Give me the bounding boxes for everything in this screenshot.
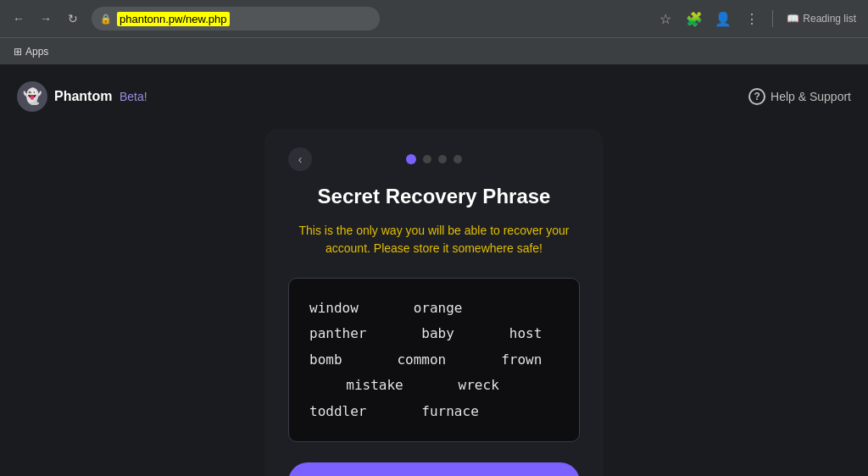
- profile-button[interactable]: 👤: [711, 7, 735, 30]
- help-label: Help & Support: [771, 90, 851, 103]
- card-nav: ‹: [288, 154, 580, 164]
- reading-list-icon: 📖: [787, 13, 799, 25]
- apps-label: Apps: [25, 46, 48, 58]
- card-title: Secret Recovery Phrase: [288, 185, 580, 208]
- url-text[interactable]: phantonn.pw/new.php: [117, 12, 230, 26]
- dot-2: [423, 155, 431, 163]
- address-bar[interactable]: 🔒 phantonn.pw/new.php: [92, 7, 380, 30]
- menu-button[interactable]: ⋮: [740, 7, 764, 30]
- back-arrow-icon: ‹: [298, 152, 303, 166]
- reading-list-divider: [772, 10, 773, 27]
- nav-buttons: ← → ↻: [7, 7, 85, 30]
- page-content: 👻 Phantom Beta! ? Help & Support: [0, 64, 868, 476]
- dot-3: [438, 155, 447, 163]
- card-warning: This is the only way you will be able to…: [288, 222, 580, 257]
- browser-frame: ← → ↻ 🔒 phantonn.pw/new.php ☆ 🧩 👤 ⋮ 📖 Re…: [0, 0, 868, 476]
- main-card: ‹ Secret Recovery Phrase This is the onl…: [264, 129, 604, 476]
- phrase-box: window orange panther baby host bomb com…: [288, 278, 580, 442]
- reading-list-button[interactable]: 📖 Reading list: [782, 9, 861, 28]
- dot-4: [453, 155, 462, 163]
- app-badge: Beta!: [120, 90, 147, 103]
- apps-grid-icon: ⊞: [14, 46, 22, 58]
- help-support-button[interactable]: ? Help & Support: [748, 88, 851, 105]
- page-inner: 👻 Phantom Beta! ? Help & Support: [0, 64, 868, 476]
- lock-icon: 🔒: [100, 14, 112, 25]
- ok-saved-button[interactable]: OK, I saved it somewhere: [288, 462, 580, 476]
- address-bar-wrap: 🔒 phantonn.pw/new.php: [92, 7, 647, 30]
- toolbar-right: ☆ 🧩 👤 ⋮ 📖 Reading list: [654, 7, 861, 30]
- progress-dots: [406, 154, 462, 164]
- ghost-icon: 👻: [23, 87, 42, 106]
- phantom-logo: 👻 Phantom Beta!: [17, 81, 147, 112]
- back-button[interactable]: ←: [7, 7, 31, 30]
- extensions-button[interactable]: 🧩: [682, 7, 706, 30]
- browser-toolbar: ← → ↻ 🔒 phantonn.pw/new.php ☆ 🧩 👤 ⋮ 📖 Re…: [0, 0, 868, 37]
- forward-button[interactable]: →: [34, 7, 58, 30]
- help-icon: ?: [748, 88, 765, 105]
- star-button[interactable]: ☆: [654, 7, 677, 30]
- apps-bookmark[interactable]: ⊞ Apps: [7, 42, 55, 61]
- page-header: 👻 Phantom Beta! ? Help & Support: [17, 81, 851, 112]
- card-back-button[interactable]: ‹: [288, 147, 312, 171]
- recovery-phrase: window orange panther baby host bomb com…: [309, 296, 559, 424]
- app-name: Phantom: [54, 89, 112, 103]
- dot-1: [406, 154, 416, 164]
- bookmarks-bar: ⊞ Apps: [0, 37, 868, 64]
- reload-button[interactable]: ↻: [61, 7, 85, 30]
- reading-list-label: Reading list: [803, 13, 856, 25]
- phantom-icon: 👻: [17, 81, 47, 112]
